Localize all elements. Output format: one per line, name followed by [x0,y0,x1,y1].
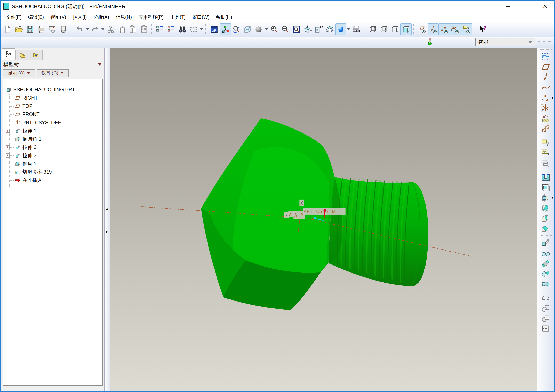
no-hidden-button[interactable] [389,23,400,35]
tab-favorites[interactable] [29,50,43,60]
show-button[interactable]: 显示 (O) [3,69,35,77]
expand-icon[interactable]: + [6,129,10,133]
tree-node-top[interactable]: TOP [3,102,102,110]
tree-node-right[interactable]: RIGHT [3,94,102,102]
menu-info[interactable]: 信息(N) [112,13,135,21]
mirror-button[interactable] [539,293,553,303]
hidden-line-button[interactable] [378,23,389,35]
trim-button[interactable] [539,303,553,313]
merge-button[interactable] [539,313,553,323]
annotation-display-button[interactable] [461,23,472,35]
extrude-button[interactable] [539,238,553,248]
boundary-blend-button[interactable] [539,279,553,289]
sketch-button[interactable]: x' [539,113,553,124]
menu-window[interactable]: 窗口(W) [189,13,213,21]
hole-button[interactable] [539,172,553,182]
pattern-button[interactable] [539,323,553,334]
menu-insert[interactable]: 插入(I) [70,13,90,21]
selection-filter-dropdown[interactable]: 智能 [475,38,535,46]
paste-special-button[interactable] [139,23,150,35]
tree-node-csys[interactable]: YZx PRT_CSYS_DEF [3,118,102,127]
zoom-out-button[interactable] [280,23,291,35]
view-manager-button[interactable] [351,23,362,35]
sweep-button[interactable] [539,258,553,268]
find-button[interactable] [177,23,188,35]
appearance-dropdown-caret-icon[interactable] [347,29,350,30]
collapse-left-icon[interactable]: ◀ [106,207,109,212]
panel-splitter[interactable]: ◀ ▶ [105,48,110,391]
datum-curve-button[interactable] [539,82,553,93]
tree-node-cosmetic-thread[interactable]: §§§ 切剪 标识319 [3,168,102,176]
select-dropdown-caret-icon[interactable] [200,29,203,30]
tree-node-round1[interactable]: 倒圆角 1 [3,135,102,143]
maximize-button[interactable] [517,1,536,12]
minimize-button[interactable] [499,1,517,12]
rib-button[interactable] [539,193,553,203]
annotation-button[interactable] [539,138,553,148]
tree-menu-caret-icon[interactable] [98,63,102,66]
expand-icon[interactable]: + [6,145,10,149]
cut-button[interactable] [105,23,116,35]
point-display-button[interactable]: xxx [439,23,450,35]
repaint-button[interactable] [209,23,220,35]
reorient-button[interactable] [302,23,313,35]
tree-node-insert-here[interactable]: 在此插入 [3,176,102,184]
copy-button[interactable] [116,23,127,35]
undo-button[interactable] [74,23,85,35]
style-tool-button[interactable] [539,52,553,62]
model-canvas[interactable]: X Z A_1 A_2 PRT_CSYS_DEF [110,48,537,391]
tab-folder-browser[interactable] [15,50,29,60]
datum-plane-button[interactable] [539,62,553,72]
open-button[interactable] [13,23,24,35]
named-views-button[interactable] [242,23,253,35]
tree-node-front[interactable]: FRONT [3,110,102,118]
chamfer-button[interactable] [539,224,553,234]
orient-mode-button[interactable] [231,23,242,35]
menu-help[interactable]: 帮助(H) [213,13,235,21]
render-style-button[interactable] [253,23,264,35]
refit-button[interactable] [291,23,302,35]
note-button[interactable] [539,158,553,168]
blend-button[interactable] [539,268,553,279]
plane-display-button[interactable] [416,23,428,35]
use-edge-button[interactable] [539,124,553,134]
select-box-button[interactable] [188,23,199,35]
menu-applications[interactable]: 应用程序(P) [135,13,167,21]
tree-node-extrude3[interactable]: + 拉伸 3 [3,151,102,160]
send-mail-button[interactable] [47,23,58,35]
appearance-button[interactable] [335,23,346,35]
datum-axis-button[interactable] [539,72,553,82]
datum-point-button[interactable]: xxx [539,93,553,103]
zoom-in-button[interactable] [269,23,280,35]
shell-button[interactable] [539,182,553,193]
settings-button[interactable]: 设置 (G) [37,69,69,77]
tree-node-part[interactable]: SSHUOCHALUODING.PRT [3,86,102,94]
expand-right-icon[interactable]: ▶ [106,229,109,235]
menu-edit[interactable]: 编辑(E) [25,13,47,21]
tree-node-extrude1[interactable]: + 拉伸 1 [3,127,102,135]
expand-icon[interactable]: + [6,153,10,157]
show-annotations-button[interactable]: AB [313,23,324,35]
flyout-arrow-icon[interactable] [552,96,553,99]
revolve-button[interactable] [539,248,553,258]
custom-regenerate-button[interactable] [166,23,177,35]
menu-file[interactable]: 文件(F) [3,13,25,21]
regenerate-button[interactable] [155,23,166,35]
menu-tools[interactable]: 工具(T) [167,13,189,21]
annotation-feature-button[interactable] [539,148,553,158]
print-button[interactable] [36,23,47,35]
render-dropdown-caret-icon[interactable] [265,29,268,30]
shaded-button[interactable] [400,23,411,35]
mail-model-button[interactable] [58,23,69,35]
csys-display-button[interactable]: YZX [450,23,461,35]
tree-node-extrude2[interactable]: + 拉伸 2 [3,143,102,151]
wireframe-button[interactable] [367,23,378,35]
datum-csys-button[interactable]: YZx [539,103,553,113]
redo-button[interactable] [89,23,101,35]
tab-model-tree[interactable] [2,48,15,60]
menu-view[interactable]: 视图(V) [47,13,70,21]
close-button[interactable]: ✕ [536,1,554,12]
axis-display-button[interactable] [428,23,439,35]
menu-analysis[interactable]: 分析(A) [90,13,112,21]
spin-center-button[interactable] [220,23,231,35]
